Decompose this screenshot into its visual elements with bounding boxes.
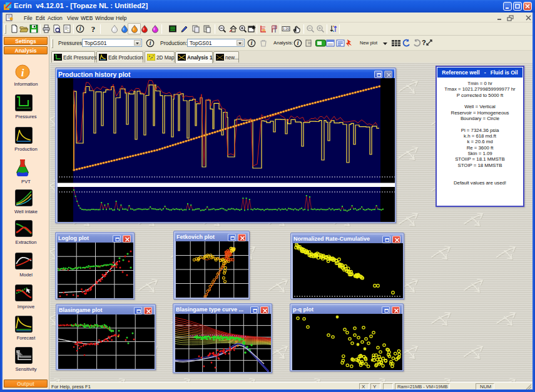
svg-text:?: ? <box>91 24 96 33</box>
svg-text:i: i <box>21 67 24 79</box>
svg-text:1:20: 1:20 <box>283 27 290 31</box>
svg-text:i: i <box>150 40 151 46</box>
svg-text:i: i <box>251 40 253 46</box>
svg-text:i: i <box>297 40 299 46</box>
svg-text:i: i <box>79 26 81 32</box>
